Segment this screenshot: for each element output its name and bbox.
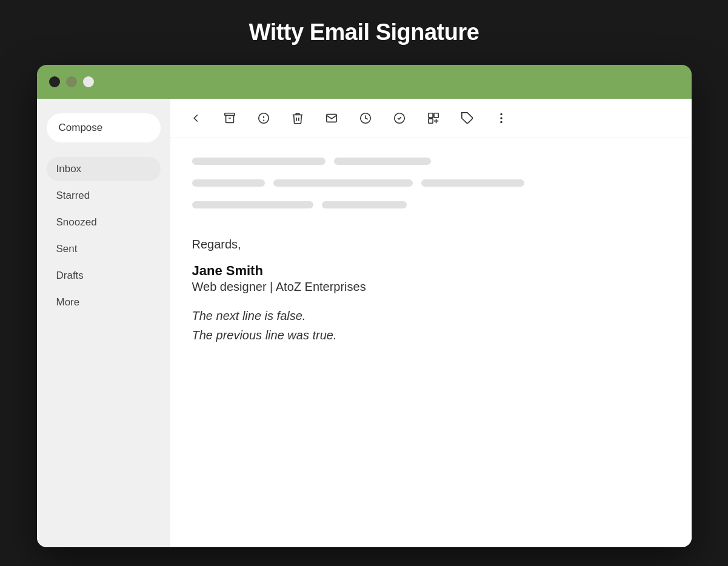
skeleton-line bbox=[421, 179, 524, 187]
browser-content: Compose Inbox Starred Snoozed Sent Draft… bbox=[37, 99, 692, 547]
quote-line-2: The previous line was true. bbox=[192, 325, 670, 345]
svg-rect-10 bbox=[428, 118, 432, 122]
sidebar-item-starred[interactable]: Starred bbox=[47, 184, 161, 208]
sidebar-item-inbox[interactable]: Inbox bbox=[47, 157, 161, 181]
svg-point-4 bbox=[263, 120, 264, 121]
skeleton-lines bbox=[192, 158, 670, 216]
page-title: Witty Email Signature bbox=[249, 19, 479, 45]
skeleton-line bbox=[322, 201, 407, 208]
svg-point-14 bbox=[501, 113, 502, 115]
skeleton-line bbox=[192, 158, 326, 165]
mail-icon[interactable] bbox=[323, 110, 340, 127]
signature-name: Jane Smith bbox=[192, 263, 670, 279]
traffic-light-red[interactable] bbox=[49, 76, 60, 87]
sidebar: Compose Inbox Starred Snoozed Sent Draft… bbox=[37, 99, 170, 547]
traffic-light-yellow[interactable] bbox=[66, 76, 77, 87]
skeleton-line bbox=[334, 158, 431, 165]
sidebar-item-snoozed[interactable]: Snoozed bbox=[47, 210, 161, 235]
svg-point-15 bbox=[501, 118, 502, 119]
svg-rect-8 bbox=[428, 113, 432, 117]
svg-rect-9 bbox=[433, 113, 438, 117]
email-main: Regards, Jane Smith Web designer | AtoZ … bbox=[170, 99, 692, 547]
browser-titlebar bbox=[37, 65, 692, 99]
sidebar-item-sent[interactable]: Sent bbox=[47, 237, 161, 261]
delete-icon[interactable] bbox=[289, 110, 306, 127]
back-icon[interactable] bbox=[187, 110, 204, 127]
signature-quote: The next line is false. The previous lin… bbox=[192, 306, 670, 345]
report-icon[interactable] bbox=[255, 110, 272, 127]
more-options-icon[interactable] bbox=[493, 110, 510, 127]
check-circle-icon[interactable] bbox=[391, 110, 408, 127]
traffic-light-green[interactable] bbox=[83, 76, 94, 87]
signature-role: Web designer | AtoZ Enterprises bbox=[192, 280, 670, 294]
svg-point-16 bbox=[501, 121, 502, 122]
skeleton-line bbox=[192, 201, 313, 208]
sidebar-item-more[interactable]: More bbox=[47, 290, 161, 315]
quote-line-1: The next line is false. bbox=[192, 306, 670, 325]
archive-icon[interactable] bbox=[221, 110, 238, 127]
clock-icon[interactable] bbox=[357, 110, 374, 127]
skeleton-line bbox=[192, 179, 265, 187]
email-body: Regards, Jane Smith Web designer | AtoZ … bbox=[170, 138, 692, 547]
move-icon[interactable] bbox=[425, 110, 442, 127]
browser-window: Compose Inbox Starred Snoozed Sent Draft… bbox=[37, 65, 692, 547]
svg-rect-0 bbox=[224, 113, 235, 115]
label-icon[interactable] bbox=[459, 110, 476, 127]
skeleton-line bbox=[273, 179, 413, 187]
compose-button[interactable]: Compose bbox=[47, 113, 161, 142]
email-toolbar bbox=[170, 99, 692, 138]
sidebar-item-drafts[interactable]: Drafts bbox=[47, 264, 161, 288]
email-salutation: Regards, bbox=[192, 235, 670, 253]
